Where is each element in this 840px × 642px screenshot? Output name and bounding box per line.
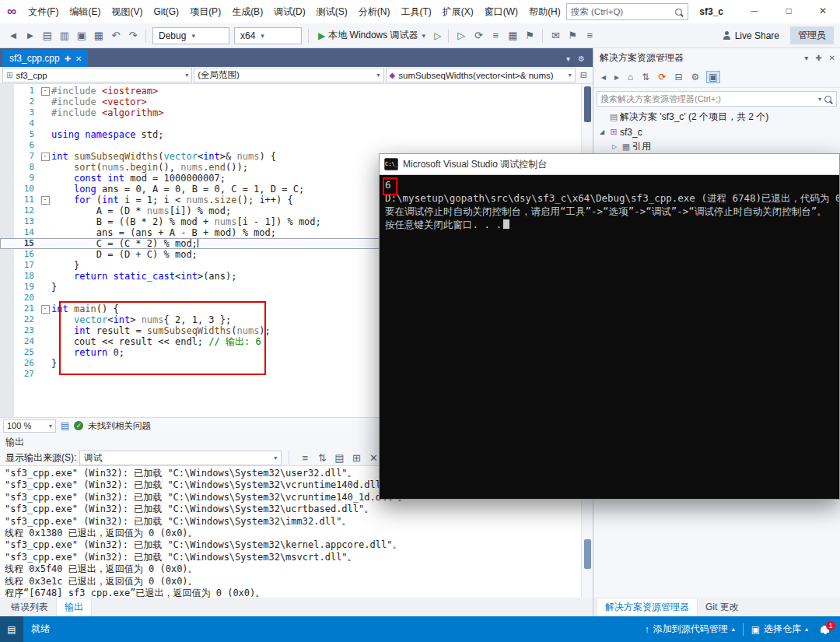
- breakpoint-margin-cell[interactable]: [0, 336, 14, 347]
- breakpoint-margin-cell[interactable]: [0, 162, 14, 173]
- breakpoint-margin-cell[interactable]: [0, 260, 14, 271]
- redo-icon[interactable]: ↷: [124, 30, 142, 41]
- right-panel-tab[interactable]: 解决方案资源管理器: [597, 598, 698, 616]
- chevron-down-icon[interactable]: ▾: [804, 54, 808, 62]
- pin-icon[interactable]: ✚: [815, 54, 821, 62]
- output-levels-icon[interactable]: ≡: [296, 452, 313, 464]
- menu-item[interactable]: 扩展(X): [437, 1, 479, 23]
- code-line-2[interactable]: 2#include <vector>: [0, 96, 593, 107]
- breakpoint-margin-cell[interactable]: [0, 195, 14, 205]
- hot-reload-icon[interactable]: ⟳: [470, 30, 487, 41]
- breakpoint-margin-cell[interactable]: [0, 249, 14, 260]
- menu-item[interactable]: 测试(S): [311, 1, 353, 23]
- menu-item[interactable]: 视图(V): [106, 1, 148, 23]
- navigate-forward-icon[interactable]: ►: [22, 30, 39, 41]
- menu-item[interactable]: Git(G): [148, 1, 184, 23]
- se-collapse-all-icon[interactable]: ⊟: [673, 72, 684, 82]
- menu-item[interactable]: 窗口(W): [479, 1, 523, 23]
- menu-item[interactable]: 工具(T): [395, 1, 436, 23]
- build-solution-icon[interactable]: ≡: [487, 30, 504, 41]
- member-dropdown[interactable]: ◆ sumSubseqWidths(vector<int>& nums) ▾: [386, 68, 576, 82]
- breakpoint-margin-cell[interactable]: [0, 303, 14, 314]
- se-preview-icon[interactable]: ▣: [706, 71, 719, 83]
- right-panel-tab[interactable]: Git 更改: [698, 598, 747, 616]
- quick-search-box[interactable]: 搜索 (Ctrl+Q): [566, 3, 689, 20]
- breakpoint-margin-cell[interactable]: [0, 86, 14, 96]
- split-window-icon[interactable]: ⊟: [577, 70, 590, 80]
- breakpoint-margin-cell[interactable]: [0, 96, 14, 107]
- save-all-icon[interactable]: ▦: [90, 30, 107, 41]
- se-sync-icon[interactable]: ⟳: [656, 72, 667, 82]
- zoom-dropdown[interactable]: 100 % ▾: [3, 419, 56, 433]
- breakpoint-margin-cell[interactable]: [0, 314, 14, 325]
- save-icon[interactable]: ▣: [73, 30, 90, 41]
- feedback-corner-icon[interactable]: ▤: [0, 616, 23, 642]
- breakpoint-margin-cell[interactable]: [0, 238, 14, 249]
- scope-dropdown[interactable]: (全局范围) ▾: [194, 68, 383, 82]
- notifications-button[interactable]: 1: [821, 626, 829, 633]
- tree-item[interactable]: ▷▦引用: [593, 139, 840, 154]
- menu-item[interactable]: 项目(P): [184, 1, 226, 23]
- breakpoint-margin-cell[interactable]: [0, 358, 14, 369]
- breakpoint-margin-cell[interactable]: [0, 184, 14, 195]
- code-line-3[interactable]: 3#include <algorithm>: [0, 107, 593, 118]
- breakpoint-margin-cell[interactable]: [0, 129, 14, 140]
- navigate-backward-icon[interactable]: ◄: [5, 30, 22, 41]
- fold-toggle-icon[interactable]: -: [41, 87, 50, 96]
- close-button[interactable]: ✕: [806, 0, 840, 23]
- se-properties-icon[interactable]: ⚙: [690, 72, 702, 82]
- project-dropdown[interactable]: ⊞ sf3_cpp ▾: [2, 68, 192, 82]
- add-to-source-control-button[interactable]: ↑ 添加到源代码管理 ▴: [637, 616, 743, 642]
- output-clear-icon[interactable]: ▤: [331, 452, 348, 464]
- menu-item[interactable]: 文件(F): [23, 1, 64, 23]
- menu-item[interactable]: 帮助(H): [523, 1, 566, 23]
- close-panel-icon[interactable]: ✕: [829, 54, 835, 62]
- start-without-debugging-icon[interactable]: ▷: [431, 30, 444, 41]
- console-body[interactable]: 6D:\mysetup\gopath\src\dsy\sf3_c\x64\Deb…: [380, 175, 839, 500]
- menu-item[interactable]: 分析(N): [353, 1, 396, 23]
- breakpoint-margin-cell[interactable]: [0, 293, 14, 303]
- solution-explorer-search[interactable]: 搜索解决方案资源管理器(Ctrl+;) ▾: [597, 91, 837, 107]
- find-icon[interactable]: ⚑: [564, 30, 581, 41]
- window-options-icon[interactable]: ⚙: [578, 54, 585, 63]
- breakpoint-margin-cell[interactable]: [0, 107, 14, 118]
- console-title-bar[interactable]: C:\_ Microsoft Visual Studio 调试控制台: [380, 154, 839, 175]
- menu-item[interactable]: 编辑(E): [64, 1, 106, 23]
- breakpoint-margin-cell[interactable]: [0, 325, 14, 336]
- breakpoint-margin-cell[interactable]: [0, 369, 14, 380]
- attach-process-icon[interactable]: ▷: [453, 30, 470, 41]
- code-line-5[interactable]: 5using namespace std;: [0, 129, 593, 140]
- minimize-button[interactable]: ─: [737, 0, 772, 23]
- breakpoint-margin-cell[interactable]: [0, 151, 14, 162]
- menu-item[interactable]: 调试(D): [268, 1, 311, 23]
- se-forward-icon[interactable]: ▸: [613, 72, 621, 82]
- output-wrap-icon[interactable]: ⊞: [348, 452, 365, 464]
- bookmark-icon[interactable]: ⚑: [521, 30, 538, 41]
- se-back-icon[interactable]: ◂: [600, 72, 607, 82]
- output-goto-icon[interactable]: ⇅: [313, 452, 331, 464]
- breakpoint-margin-cell[interactable]: [0, 140, 14, 151]
- code-line-1[interactable]: 1-#include <iostream>: [0, 86, 593, 96]
- task-list-icon[interactable]: ≡: [581, 30, 598, 41]
- fold-toggle-icon[interactable]: -: [41, 305, 50, 314]
- expanded-arrow-icon[interactable]: ◢: [597, 128, 607, 135]
- undo-icon[interactable]: ↶: [107, 30, 124, 41]
- editor-scrollbar-thumb[interactable]: [584, 86, 591, 122]
- menu-item[interactable]: 生成(B): [226, 1, 268, 23]
- fold-toggle-icon[interactable]: -: [41, 196, 50, 205]
- profiler-icon[interactable]: ▦: [504, 30, 521, 41]
- code-line-6[interactable]: 6: [0, 140, 593, 151]
- new-project-icon[interactable]: ▤: [39, 30, 56, 41]
- solution-config-dropdown[interactable]: Debug▾: [152, 27, 229, 44]
- fold-toggle-icon[interactable]: -: [41, 153, 50, 161]
- tree-item[interactable]: ◢⊞sf3_c: [593, 125, 840, 139]
- breakpoint-margin-cell[interactable]: [0, 216, 14, 227]
- debug-console-window[interactable]: C:\_ Microsoft Visual Studio 调试控制台 6D:\m…: [379, 153, 840, 500]
- solution-platform-dropdown[interactable]: x64▾: [234, 27, 302, 44]
- breakpoint-margin-cell[interactable]: [0, 282, 14, 293]
- document-health-icon[interactable]: ▤: [61, 420, 69, 431]
- document-tab-active[interactable]: sf3_cpp.cpp ✚ ✕: [2, 50, 88, 67]
- collapsed-arrow-icon[interactable]: ▷: [609, 143, 620, 150]
- code-line-4[interactable]: 4: [0, 118, 593, 129]
- maximize-button[interactable]: □: [772, 0, 806, 23]
